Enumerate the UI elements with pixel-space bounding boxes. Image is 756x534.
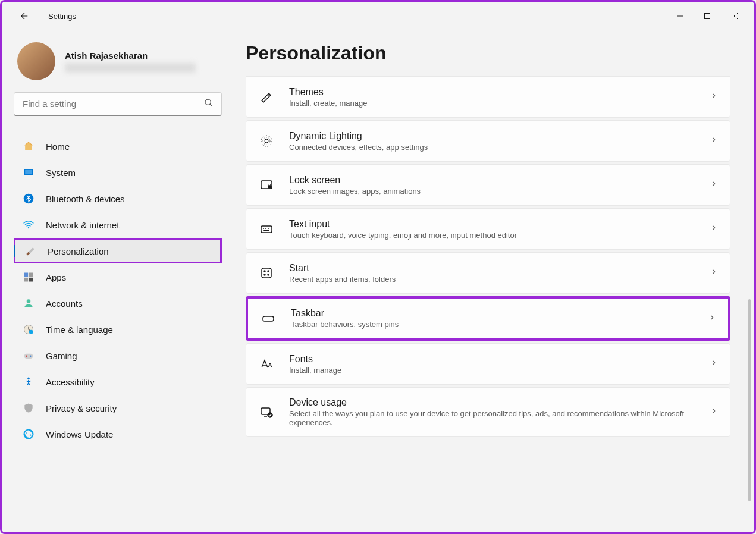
back-arrow-icon [19, 11, 30, 21]
sidebar: Atish Rajasekharan Home System Bluetoo [2, 30, 234, 532]
gamepad-icon [22, 349, 35, 362]
back-button[interactable] [12, 4, 36, 28]
nav-item-network[interactable]: Network & internet [14, 212, 222, 237]
nav-label: Windows Update [46, 429, 113, 439]
update-icon [22, 428, 35, 441]
nav-item-windows-update[interactable]: Windows Update [14, 422, 222, 447]
titlebar: Settings [2, 2, 754, 30]
shield-icon [22, 401, 35, 414]
setting-desc: Recent apps and items, folders [289, 275, 710, 284]
setting-item-dynamic-lighting[interactable]: Dynamic Lighting Connected devices, effe… [246, 120, 730, 162]
setting-desc: Lock screen images, apps, animations [289, 187, 710, 196]
svg-point-20 [27, 378, 29, 379]
maximize-icon [704, 12, 711, 20]
svg-rect-37 [263, 316, 274, 321]
nav-item-home[interactable]: Home [14, 134, 222, 159]
chevron-right-icon [710, 136, 718, 146]
svg-point-4 [205, 99, 211, 105]
paintbrush-icon [24, 244, 37, 257]
svg-rect-32 [262, 268, 271, 278]
maximize-button[interactable] [694, 7, 721, 26]
settings-list: Themes Install, create, manage Dynamic L… [246, 76, 730, 437]
taskbar-icon [260, 310, 277, 327]
minimize-icon [676, 12, 683, 20]
app-title: Settings [48, 12, 76, 21]
setting-desc: Select all the ways you plan to use your… [289, 409, 710, 427]
nav-item-bluetooth[interactable]: Bluetooth & devices [14, 186, 222, 211]
chevron-right-icon [710, 92, 718, 102]
keyboard-icon [258, 221, 275, 237]
minimize-button[interactable] [666, 7, 694, 26]
chevron-right-icon [708, 313, 716, 324]
chevron-right-icon [710, 407, 718, 417]
nav-item-personalization[interactable]: Personalization [14, 238, 222, 263]
wifi-icon [22, 218, 35, 231]
window-controls [666, 7, 748, 26]
scrollbar[interactable] [748, 299, 751, 501]
setting-item-text-input[interactable]: Text input Touch keyboard, voice typing,… [246, 208, 730, 250]
page-title: Personalization [246, 42, 730, 64]
lock-screen-icon [258, 177, 275, 193]
nav-label: System [46, 168, 76, 178]
setting-item-fonts[interactable]: Fonts Install, manage [246, 343, 730, 385]
nav-item-privacy[interactable]: Privacy & security [14, 395, 222, 420]
setting-desc: Touch keyboard, voice typing, emoji and … [289, 231, 710, 240]
svg-rect-11 [29, 273, 33, 277]
svg-line-5 [210, 104, 212, 106]
nav-label: Accounts [46, 299, 83, 309]
close-button[interactable] [721, 7, 748, 26]
chevron-right-icon [710, 359, 718, 369]
accessibility-icon [22, 375, 35, 388]
nav-label: Privacy & security [46, 403, 117, 413]
setting-title: Fonts [289, 354, 710, 365]
search-input[interactable] [14, 92, 222, 116]
system-icon [22, 166, 35, 179]
setting-title: Taskbar [291, 308, 708, 319]
svg-rect-13 [29, 278, 33, 282]
nav-item-accounts[interactable]: Accounts [14, 291, 222, 316]
start-icon [258, 265, 275, 281]
setting-title: Dynamic Lighting [289, 131, 710, 142]
svg-point-34 [268, 271, 269, 272]
setting-item-device-usage[interactable]: Device usage Select all the ways you pla… [246, 387, 730, 437]
nav-item-time-language[interactable]: Time & language [14, 317, 222, 342]
svg-point-19 [30, 356, 32, 357]
nav-list: Home System Bluetooth & devices Network … [14, 128, 222, 447]
setting-item-taskbar[interactable]: Taskbar Taskbar behaviors, system pins [246, 296, 730, 341]
setting-item-start[interactable]: Start Recent apps and items, folders [246, 252, 730, 294]
svg-point-23 [263, 137, 270, 145]
svg-rect-12 [24, 278, 29, 282]
setting-item-lock-screen[interactable]: Lock screen Lock screen images, apps, an… [246, 164, 730, 206]
svg-point-33 [264, 271, 265, 272]
nav-item-apps[interactable]: Apps [14, 265, 222, 290]
device-usage-icon [258, 404, 275, 420]
nav-label: Apps [46, 272, 66, 282]
nav-label: Network & internet [46, 220, 119, 230]
nav-label: Personalization [48, 246, 109, 256]
main-content: Personalization Themes Install, create, … [234, 30, 754, 532]
svg-rect-26 [268, 186, 271, 188]
svg-point-9 [28, 227, 30, 229]
nav-label: Bluetooth & devices [46, 194, 125, 204]
nav-label: Time & language [46, 325, 113, 335]
chevron-right-icon [710, 180, 718, 190]
svg-rect-1 [705, 14, 710, 19]
svg-rect-27 [261, 226, 272, 233]
nav-label: Home [46, 142, 70, 152]
setting-title: Device usage [289, 397, 710, 408]
user-profile[interactable]: Atish Rajasekharan [14, 42, 222, 80]
setting-desc: Connected devices, effects, app settings [289, 143, 710, 152]
setting-item-themes[interactable]: Themes Install, create, manage [246, 76, 730, 118]
setting-desc: Install, manage [289, 366, 710, 375]
chevron-right-icon [710, 268, 718, 278]
user-name: Atish Rajasekharan [65, 51, 196, 61]
close-icon [731, 12, 738, 20]
setting-desc: Taskbar behaviors, system pins [291, 320, 708, 329]
svg-point-14 [27, 299, 31, 303]
nav-item-accessibility[interactable]: Accessibility [14, 369, 222, 394]
nav-item-gaming[interactable]: Gaming [14, 343, 222, 368]
nav-item-system[interactable]: System [14, 160, 222, 185]
apps-icon [22, 271, 35, 284]
svg-point-22 [265, 139, 268, 143]
setting-title: Start [289, 263, 710, 274]
